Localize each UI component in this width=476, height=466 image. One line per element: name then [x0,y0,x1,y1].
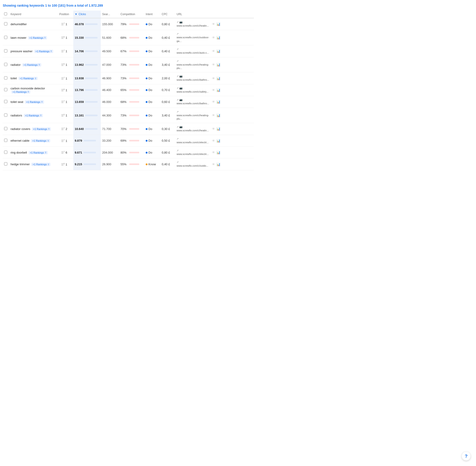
rankings-badge[interactable]: +1 Rankings ⇧ [24,114,43,117]
rankings-badge[interactable]: +1 Rankings ⇧ [25,100,44,104]
row-checkbox[interactable] [4,100,7,103]
external-link-icon[interactable]: ➚ [177,98,179,101]
eye-icon[interactable]: 👁 [212,100,215,104]
row-checkbox[interactable] [4,36,7,39]
chart-icon[interactable]: 📊 [216,77,220,80]
chart-icon[interactable]: 📊 [216,49,220,53]
col-header-intent[interactable]: Intent [144,11,160,18]
row-checkbox[interactable] [4,88,7,91]
rankings-badge[interactable]: +1 Rankings ⇧ [29,151,47,154]
url-icon-row: ➚ [177,60,209,63]
position-filter-icon: ☰5 [61,63,65,67]
chart-icon[interactable]: 📊 [216,88,220,92]
row-checkbox[interactable] [4,162,7,165]
intent-label: Know [148,163,156,166]
external-link-icon[interactable]: ➚ [177,32,179,35]
row-checkbox[interactable] [4,139,7,142]
chart-icon[interactable]: 📊 [216,100,220,104]
position-filter-icon: ☰7 [61,100,65,104]
rankings-badge[interactable]: +1 Rankings ⇧ [11,90,30,93]
col-header-search[interactable]: Sear... [101,11,119,18]
table-row: lawn mower +1 Rankings ⇧ ☰6 1 15.330 51.… [3,30,254,45]
eye-icon[interactable]: 👁 [212,139,215,143]
rankings-badge[interactable]: +1 Rankings ⇧ [31,139,50,142]
position-icon-num: 6 [64,163,65,165]
url-icon-row: ➚ 📷 [177,87,209,90]
external-link-icon[interactable]: ➚ [177,149,179,152]
chart-icon[interactable]: 📊 [216,151,220,154]
row-checkbox[interactable] [4,76,7,80]
eye-icon[interactable]: 👁 [212,63,215,67]
position-icon: ☰7 [61,139,65,143]
col-header-clicks[interactable]: ▼ Clicks [73,11,101,18]
chart-icon[interactable]: 📊 [216,114,220,117]
intent-label: Do [148,151,152,154]
competition-pct: 73% [121,77,128,80]
eye-icon[interactable]: 👁 [212,36,215,39]
competition-cell: 67% [119,45,144,57]
external-link-icon[interactable]: ➚ [177,110,179,113]
row-checkbox[interactable] [4,127,7,130]
chart-icon[interactable]: 📊 [216,22,220,26]
eye-icon[interactable]: 👁 [212,151,215,154]
table-row: toilet seat +1 Rankings ⇧ ☰7 1 13.659 46… [3,96,254,108]
rankings-badge[interactable]: +1 Rankings ⇧ [19,77,37,80]
clicks-value: 14.706 [75,49,84,53]
eye-icon[interactable]: 👁 [212,114,215,117]
eye-icon[interactable]: 👁 [212,127,215,131]
keyword-cell: carbon monoxide detector +1 Rankings ⇧ [9,84,55,96]
chart-icon[interactable]: 📊 [216,163,220,166]
external-link-icon[interactable]: ➚ [177,161,179,164]
competition-container: 79% [121,23,143,26]
col-header-url[interactable]: URL [175,11,211,18]
eye-icon[interactable]: 👁 [212,22,215,26]
external-link-icon[interactable]: ➚ [177,125,179,128]
row-checkbox[interactable] [4,49,7,52]
competition-container: 70% [121,127,143,131]
clicks-value: 46.078 [75,23,84,26]
external-link-icon[interactable]: ➚ [177,60,179,63]
rankings-badge[interactable]: +1 Rankings ⇧ [23,63,41,67]
external-link-icon[interactable]: ➚ [177,137,179,140]
search-vol-cell: 46.400 [101,84,119,96]
search-volume: 33.200 [102,139,111,142]
position-cell: ☰6 1 [55,30,73,45]
chart-icon[interactable]: 📊 [216,63,220,67]
external-link-icon[interactable]: ➚ [177,21,179,23]
competition-bar-bg [129,50,139,52]
position-filter-icon: ☰6 [61,88,65,92]
url-text: www.screwfix.com/c/heating-plu... [177,114,209,121]
eye-icon[interactable]: 👁 [212,88,215,92]
rankings-badge[interactable]: +1 Rankings ⇧ [28,36,47,39]
eye-icon[interactable]: 👁 [212,77,215,80]
col-header-cpc[interactable]: CPC [160,11,175,18]
col-header-position[interactable]: Position [55,11,73,18]
cpc-value: 0,60 £ [162,100,170,104]
row-checkbox[interactable] [4,22,7,25]
competition-pct: 68% [121,36,128,39]
position-icon: ☰6 [61,88,65,92]
select-all-checkbox[interactable] [4,12,7,15]
rankings-badge[interactable]: +1 Rankings ⇧ [34,50,53,53]
row-checkbox-cell [3,57,9,72]
position-number: 1 [66,63,67,67]
external-link-icon[interactable]: ➚ [177,48,179,51]
row-checkbox[interactable] [4,151,7,154]
col-header-keyword[interactable]: Keyword [9,11,55,18]
row-checkbox[interactable] [4,63,7,66]
eye-icon[interactable]: 👁 [212,49,215,53]
eye-icon[interactable]: 👁 [212,163,215,166]
col-header-competition[interactable]: Competition [119,11,144,18]
competition-cell: 73% [119,108,144,123]
rankings-badge[interactable]: +1 Rankings ⇧ [31,163,50,166]
position-filter-icon: ☰6 [61,36,65,39]
external-link-icon[interactable]: ➚ [177,87,179,90]
external-link-icon[interactable]: ➚ [177,75,179,78]
rankings-badge[interactable]: +1 Rankings ⇧ [32,128,51,131]
chart-icon[interactable]: 📊 [216,127,220,131]
chart-icon[interactable]: 📊 [216,139,220,143]
row-checkbox[interactable] [4,114,7,117]
chart-icon[interactable]: 📊 [216,36,220,39]
clicks-cell: 13.161 [73,108,101,123]
search-vol-cell: 44.300 [101,108,119,123]
